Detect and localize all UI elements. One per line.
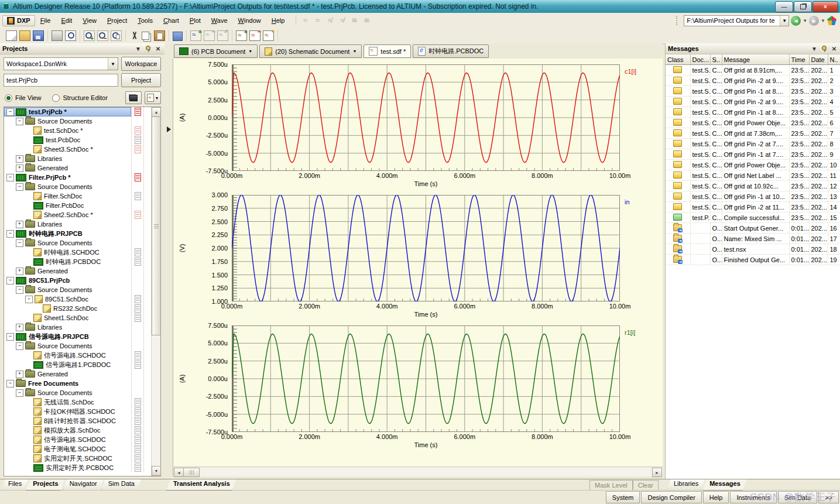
- panel-menu-icon[interactable]: ▼: [134, 44, 142, 53]
- menu-help[interactable]: Help: [266, 15, 290, 26]
- collapse-icon[interactable]: −: [16, 239, 23, 247]
- tree-item[interactable]: 无线话筒.SchDoc: [4, 397, 152, 407]
- address-combo[interactable]: F:\Altium\Project Outputs for te ▼: [684, 15, 789, 26]
- tree-item[interactable]: 信号源电路.SCHDOC: [4, 351, 152, 360]
- save-icon[interactable]: [33, 30, 44, 41]
- panel-menu-icon[interactable]: ▼: [810, 44, 818, 53]
- back-button[interactable]: ◄: [791, 16, 801, 26]
- address-value[interactable]: F:\Altium\Project Outputs for te: [684, 17, 780, 24]
- message-row[interactable]: test.S...C...Off grid Power Obje...23:5.…: [666, 160, 840, 170]
- collapse-icon[interactable]: −: [16, 183, 23, 191]
- scroll-down-icon[interactable]: ▼: [152, 466, 161, 476]
- tree-item[interactable]: −Free Documents: [4, 379, 152, 388]
- message-row[interactable]: test.S...C...Off grid Pin -1 at 7....23:…: [666, 149, 840, 160]
- panel-close-icon[interactable]: ✕: [830, 44, 838, 53]
- menu-plot[interactable]: Plot: [184, 15, 206, 26]
- message-row[interactable]: O...Finished Output Ge...0:01...202...19: [666, 255, 840, 265]
- tab-files[interactable]: Files: [1, 479, 29, 491]
- tree-item[interactable]: 模拟放大器.SchDoc: [4, 426, 152, 435]
- minimize-button[interactable]: —: [775, 1, 793, 12]
- messages-column-header[interactable]: Message: [722, 54, 789, 65]
- tab-messages[interactable]: Messages: [702, 479, 748, 491]
- tab-clock-pcbdoc[interactable]: 时钟电路.PCBDOC: [413, 44, 489, 58]
- menu-chart[interactable]: Chart: [158, 15, 184, 26]
- tree-scrollbar[interactable]: ▲ ▼: [151, 107, 160, 476]
- tab-sim-data[interactable]: Sim Data: [101, 479, 142, 491]
- new-icon[interactable]: [6, 30, 17, 41]
- message-row[interactable]: test.P...C...Compile successful...23:5..…: [666, 212, 840, 223]
- messages-column-header[interactable]: Class: [666, 54, 690, 65]
- chartdel-icon[interactable]: [249, 30, 260, 41]
- tree-item[interactable]: −Source Documents: [4, 238, 152, 248]
- back-dropdown-icon[interactable]: ▼: [803, 18, 807, 23]
- tab-projects[interactable]: Projects: [26, 479, 65, 491]
- pin-icon[interactable]: [144, 44, 152, 53]
- message-row[interactable]: O...Start Output Gener...0:01...202...16: [666, 223, 840, 234]
- tree-item[interactable]: +Libraries: [4, 220, 152, 229]
- menu-dxp[interactable]: DXP: [2, 15, 35, 26]
- message-row[interactable]: test.S...C...Off grid Pin -1 at 10...23:…: [666, 191, 840, 202]
- message-row[interactable]: test.S...C...Off grid at 8.91cm,...23:5.…: [666, 65, 840, 76]
- scrollbar-thumb[interactable]: [152, 116, 161, 335]
- workspace-dropdown-icon[interactable]: ▼: [108, 58, 118, 70]
- tree-item[interactable]: test.SchDoc *: [4, 126, 152, 135]
- close-button[interactable]: ×: [812, 1, 838, 12]
- preview-icon[interactable]: [65, 30, 76, 41]
- tab-schematic-documents[interactable]: (20) Schematic Document▼: [259, 44, 362, 58]
- tab-test-sdf[interactable]: test.sdf *: [364, 44, 411, 58]
- tree-item[interactable]: −Filter.PrjPcb *: [4, 173, 152, 182]
- scroll-up-icon[interactable]: ▲: [152, 107, 161, 117]
- message-row[interactable]: O...Name: Mixed Sim ...0:01...202...17: [666, 234, 840, 244]
- collapse-icon[interactable]: −: [6, 230, 14, 238]
- copy-icon[interactable]: [142, 32, 149, 40]
- collapse-icon[interactable]: −: [25, 296, 33, 303]
- chartnew-icon[interactable]: [263, 30, 274, 41]
- zoomdoc-icon[interactable]: [111, 30, 122, 41]
- collapse-arrow-icon[interactable]: [167, 126, 171, 132]
- clear-button[interactable]: Clear: [633, 480, 659, 491]
- expand-icon[interactable]: +: [16, 155, 23, 163]
- expand-icon[interactable]: +: [16, 371, 23, 378]
- menu-tools[interactable]: Tools: [132, 15, 158, 26]
- menu-project[interactable]: Project: [102, 15, 132, 26]
- collapse-icon[interactable]: −: [16, 389, 23, 397]
- workspace-button[interactable]: Workspace: [121, 57, 161, 71]
- tree-item[interactable]: +Generated: [4, 266, 152, 276]
- tree-item[interactable]: test.PcbDoc: [4, 135, 152, 145]
- tree-item[interactable]: Sheet3.SchDoc *: [4, 145, 152, 154]
- plot-area[interactable]: [232, 325, 620, 432]
- menu-view[interactable]: View: [77, 15, 102, 26]
- menu-window[interactable]: Window: [233, 15, 266, 26]
- messages-column-header[interactable]: N..: [828, 54, 840, 65]
- structure-editor-radio[interactable]: [52, 94, 60, 102]
- collapse-icon[interactable]: −: [6, 108, 14, 116]
- wavedel-icon[interactable]: [204, 30, 215, 41]
- system-button[interactable]: System: [606, 491, 640, 503]
- expand-icon[interactable]: +: [16, 324, 23, 331]
- tab-transient-analysis[interactable]: Transient Analysis: [166, 479, 237, 491]
- collapse-icon[interactable]: −: [16, 342, 23, 350]
- open-icon[interactable]: [19, 30, 30, 41]
- message-row[interactable]: test.S...C...Off grid at 10.92c...23:5..…: [666, 181, 840, 191]
- message-row[interactable]: test.S...C...Off grid Power Obje...23:5.…: [666, 118, 840, 128]
- expand-icon[interactable]: +: [16, 164, 23, 172]
- tree-item[interactable]: 时钟电路.PCBDOC: [4, 257, 152, 266]
- more-panels-button[interactable]: >>: [818, 491, 839, 503]
- menu-wave[interactable]: Wave: [206, 15, 233, 26]
- panel-splitter[interactable]: [164, 43, 173, 479]
- file-view-radio[interactable]: [5, 94, 12, 102]
- tree-item[interactable]: −89C51.PrjPcb: [4, 276, 152, 285]
- message-row[interactable]: test.S...C...Off grid Pin -2 at 9....23:…: [666, 76, 840, 86]
- chart-hscrollbar[interactable]: ◄ ►: [173, 467, 663, 476]
- tab-libraries[interactable]: Libraries: [667, 479, 705, 491]
- collapse-icon[interactable]: −: [16, 286, 23, 294]
- tree-item[interactable]: 电子测电笔.SCHDOC: [4, 444, 152, 454]
- message-row[interactable]: O...test.nsx0:01...202...18: [666, 244, 840, 255]
- messages-column-header[interactable]: S..: [710, 54, 722, 65]
- message-row[interactable]: test.S...C...Off grid Pin -1 at 8....23:…: [666, 86, 840, 97]
- scroll-left-icon[interactable]: ◄: [174, 468, 184, 477]
- menu-file[interactable]: File: [35, 15, 56, 26]
- waveok-icon[interactable]: [217, 30, 228, 41]
- hscrollbar-thumb[interactable]: [183, 468, 200, 477]
- tree-item[interactable]: 信号源电路.SCHDOC: [4, 435, 152, 444]
